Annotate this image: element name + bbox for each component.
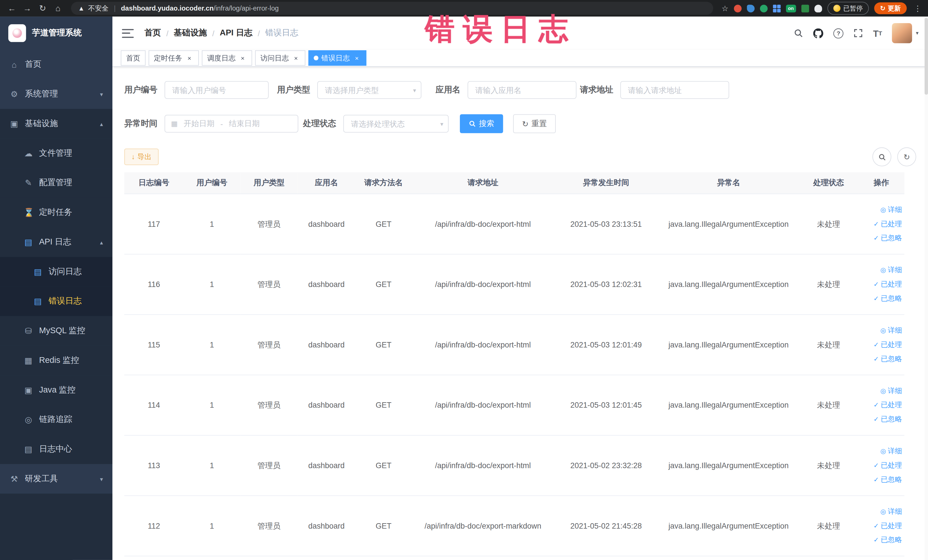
paused-chip[interactable]: 已暂停 xyxy=(827,2,868,15)
reload-icon[interactable]: ↻ xyxy=(35,2,50,15)
sidebar-item-infra[interactable]: ▣ 基础设施 ▴ xyxy=(0,109,112,139)
sidebar-item-config-management[interactable]: ✎ 配置管理 xyxy=(0,168,112,198)
fullscreen-icon[interactable] xyxy=(853,29,863,38)
mark-ignored-link[interactable]: ✓已忽略 xyxy=(873,414,902,424)
tab-dispatch-log[interactable]: 调度日志× xyxy=(202,50,252,66)
reset-button[interactable]: ↻ 重置 xyxy=(513,114,556,133)
github-icon[interactable] xyxy=(814,28,823,38)
calendar-icon: ▦ xyxy=(171,119,178,128)
document-icon: ▤ xyxy=(24,237,33,247)
browser-chrome: ← → ↻ ⌂ ▲ 不安全 | dashboard.yudao.iocoder.… xyxy=(0,0,928,17)
eye-icon: ◎ xyxy=(24,415,33,424)
tab-scheduled-jobs[interactable]: 定时任务× xyxy=(149,50,199,66)
user-id-input[interactable] xyxy=(165,81,269,99)
detail-link[interactable]: ◎详细 xyxy=(881,325,902,336)
mark-ignored-link[interactable]: ✓已忽略 xyxy=(873,535,902,545)
extension-icon[interactable] xyxy=(760,5,768,12)
scrollbar-thumb[interactable] xyxy=(925,18,928,95)
search-icon[interactable] xyxy=(794,29,803,38)
user-type-select[interactable] xyxy=(317,81,421,99)
scrollbar[interactable] xyxy=(925,17,928,560)
mark-processed-link[interactable]: ✓已处理 xyxy=(873,400,902,410)
detail-link[interactable]: ◎详细 xyxy=(881,446,902,456)
sidebar-item-dev-tools[interactable]: ⚒ 研发工具 ▾ xyxy=(0,464,112,494)
mark-ignored-link[interactable]: ✓已忽略 xyxy=(873,354,902,364)
sidebar-item-file-management[interactable]: ☁ 文件管理 xyxy=(0,138,112,168)
cell-request-url: /api/infra/db-doc/export-markdown xyxy=(412,496,554,556)
cell-status: 未处理 xyxy=(799,496,858,556)
app-logo[interactable]: 芋道管理系统 xyxy=(0,17,112,50)
mark-ignored-link[interactable]: ✓已忽略 xyxy=(873,475,902,485)
date-range-picker[interactable]: ▦ 开始日期 - 结束日期 xyxy=(165,115,298,132)
detail-link[interactable]: ◎详细 xyxy=(881,205,902,215)
security-label[interactable]: 不安全 xyxy=(88,4,109,12)
detail-link[interactable]: ◎详细 xyxy=(881,507,902,517)
extension-icon[interactable] xyxy=(734,5,742,12)
avatar[interactable] xyxy=(892,23,913,43)
mark-processed-link[interactable]: ✓已处理 xyxy=(873,521,902,531)
back-icon[interactable]: ← xyxy=(5,2,19,15)
bookmark-star-icon[interactable]: ☆ xyxy=(722,4,728,12)
sidebar-item-redis-monitor[interactable]: ▦ Redis 监控 xyxy=(0,346,112,375)
close-icon[interactable]: × xyxy=(353,54,361,62)
extension-icon[interactable] xyxy=(814,5,822,12)
refresh-button[interactable]: ↻ xyxy=(897,148,916,166)
eye-icon: ◎ xyxy=(881,508,886,516)
cell-app-name: dashboard xyxy=(298,254,355,315)
mark-processed-link[interactable]: ✓已处理 xyxy=(873,219,902,229)
user-menu[interactable]: ▾ xyxy=(892,23,919,43)
check-icon: ✓ xyxy=(873,401,879,409)
extension-icon[interactable] xyxy=(801,5,809,12)
close-icon[interactable]: × xyxy=(185,54,194,62)
mark-processed-link[interactable]: ✓已处理 xyxy=(873,461,902,470)
home-icon[interactable]: ⌂ xyxy=(51,2,65,15)
sidebar-item-system[interactable]: ⚙ 系统管理 ▾ xyxy=(0,79,112,109)
hamburger-icon[interactable] xyxy=(122,29,133,38)
process-status-select[interactable] xyxy=(343,115,449,132)
font-size-icon[interactable]: TT xyxy=(873,28,882,38)
toggle-search-button[interactable] xyxy=(872,148,891,166)
sidebar-item-trace[interactable]: ◎ 链路追踪 xyxy=(0,405,112,435)
search-button[interactable]: 搜索 xyxy=(460,114,503,133)
close-icon[interactable]: × xyxy=(292,54,300,62)
sidebar-item-api-log[interactable]: ▤ API 日志 ▴ xyxy=(0,227,112,257)
sidebar-item-home[interactable]: ⌂ 首页 xyxy=(0,50,112,79)
check-icon: ✓ xyxy=(873,235,879,242)
extension-icon[interactable] xyxy=(747,5,754,12)
breadcrumb-api-log[interactable]: API 日志 xyxy=(220,28,252,38)
tab-access-log[interactable]: 访问日志× xyxy=(255,50,305,66)
cell-method: GET xyxy=(355,315,412,375)
close-icon[interactable]: × xyxy=(238,54,247,62)
url-text[interactable]: dashboard.yudao.iocoder.cn/infra/log/api… xyxy=(121,5,279,12)
tab-home[interactable]: 首页 xyxy=(121,50,145,66)
col-app-name: 应用名 xyxy=(298,172,355,194)
tab-error-log[interactable]: 错误日志× xyxy=(308,50,366,66)
col-user-type: 用户类型 xyxy=(240,172,298,194)
chrome-menu-icon[interactable]: ⋮ xyxy=(912,4,923,12)
sidebar-item-log-center[interactable]: ▤ 日志中心 xyxy=(0,435,112,464)
breadcrumb-home[interactable]: 首页 xyxy=(144,28,161,38)
request-url-input[interactable] xyxy=(620,81,729,99)
detail-link[interactable]: ◎详细 xyxy=(881,265,902,275)
mark-ignored-link[interactable]: ✓已忽略 xyxy=(873,233,902,243)
cell-actions: ◎详细 ✓已处理 ✓已忽略 xyxy=(858,194,904,254)
detail-link[interactable]: ◎详细 xyxy=(881,386,902,396)
mark-ignored-link[interactable]: ✓已忽略 xyxy=(873,293,902,304)
breadcrumb-infra[interactable]: 基础设施 xyxy=(174,28,207,38)
sidebar-item-java-monitor[interactable]: ▣ Java 监控 xyxy=(0,375,112,405)
extension-on-badge[interactable]: on xyxy=(786,5,796,12)
url-bar[interactable]: ▲ 不安全 | dashboard.yudao.iocoder.cn/infra… xyxy=(71,2,713,15)
update-button[interactable]: ↻更新 xyxy=(874,2,907,14)
forward-icon[interactable]: → xyxy=(20,2,35,15)
sidebar-item-mysql-monitor[interactable]: ⛁ MySQL 监控 xyxy=(0,316,112,346)
sidebar-item-scheduled-jobs[interactable]: ⌛ 定时任务 xyxy=(0,198,112,227)
app-name-input[interactable] xyxy=(467,81,577,99)
help-icon[interactable]: ? xyxy=(833,28,844,38)
mark-processed-link[interactable]: ✓已处理 xyxy=(873,279,902,289)
sidebar-item-access-log[interactable]: ▤ 访问日志 xyxy=(0,257,112,287)
export-button[interactable]: ↓ 导出 xyxy=(124,149,159,165)
mark-processed-link[interactable]: ✓已处理 xyxy=(873,340,902,350)
extension-grid-icon[interactable] xyxy=(773,5,780,12)
sidebar-item-error-log[interactable]: ▤ 错误日志 xyxy=(0,287,112,316)
cell-actions: ◎详细 ✓已处理 ✓已忽略 xyxy=(858,254,904,315)
